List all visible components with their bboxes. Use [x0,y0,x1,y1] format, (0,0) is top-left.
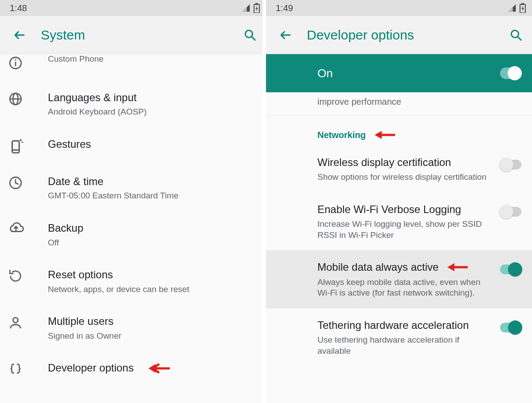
svg-line-19 [518,37,521,40]
status-time: 1:49 [276,3,293,13]
settings-list: About phone Custom Phone Languages & inp… [0,54,266,387]
signal-icon [507,4,517,12]
item-title: Languages & input [48,91,255,105]
status-bar: 1:49 [266,0,532,16]
search-icon [243,28,257,42]
banner-label: On [277,67,500,80]
item-subtitle: Show options for wireless display certif… [317,172,493,183]
list-item-date-time[interactable]: Date & time GMT-05:00 Eastern Standard T… [0,165,266,211]
item-subtitle: Network, apps, or device can be reset [48,284,255,295]
list-item-gestures[interactable]: Gestures [0,127,266,165]
status-icons [507,3,526,13]
item-subtitle: Custom Phone [48,54,255,65]
item-title: Multiple users [48,314,255,328]
toggle-switch-on[interactable] [500,67,521,79]
item-subtitle: Use tethering hardware acceleration if a… [317,335,493,356]
battery-charging-icon [520,3,526,13]
item-title: Mobile data always active [317,260,438,274]
item-title: Date & time [48,174,255,189]
phone-left-system: 1:48 System About phone Custom Phone Lan… [0,0,266,403]
svg-rect-1 [255,3,258,4]
app-bar: Developer options [266,16,532,54]
svg-line-3 [252,37,255,40]
search-button[interactable] [240,25,260,45]
item-subtitle: Android Keyboard (AOSP) [48,107,255,118]
list-item-developer-options[interactable]: Developer options [0,351,266,387]
globe-icon [8,91,23,107]
item-subtitle: Increase Wi-Fi logging level, show per S… [317,219,493,241]
toggle-item-wifi-verbose[interactable]: Enable Wi-Fi Verbose Logging Increase Wi… [266,193,532,251]
list-item-backup[interactable]: Backup Off [0,211,266,258]
list-item-languages[interactable]: Languages & input Android Keyboard (AOSP… [0,81,266,127]
back-button[interactable] [276,25,295,45]
braces-icon [8,362,23,377]
item-title: Reset options [48,268,255,282]
annotation-arrow-icon [446,262,468,273]
item-subtitle: GMT-05:00 Eastern Standard Time [48,190,255,202]
status-time: 1:48 [10,3,27,13]
item-subtitle: Signed in as Owner [48,331,255,342]
arrow-left-icon [13,28,26,42]
partial-item-subtitle: improve performance [266,92,532,115]
svg-rect-17 [521,3,524,4]
gesture-icon [8,138,25,155]
annotation-arrow-icon [147,362,170,375]
app-bar: System [0,16,266,54]
toggle-switch[interactable] [500,323,521,332]
info-icon [8,55,23,71]
toggle-item-mobile-data-always-active[interactable]: Mobile data always active Always keep mo… [266,250,532,308]
svg-rect-6 [15,59,16,61]
item-title: Developer options [48,361,133,375]
search-button[interactable] [506,25,526,45]
signal-icon [241,4,251,12]
toggle-item-tethering-hw-accel[interactable]: Tethering hardware acceleration Use teth… [266,308,532,367]
developer-options-master-toggle[interactable]: On [266,54,532,92]
item-subtitle: Always keep mobile data active, even whe… [317,277,493,299]
svg-rect-5 [15,62,16,66]
item-title: Gestures [48,137,255,151]
item-title: Backup [48,221,255,235]
arrow-left-icon [279,28,292,42]
svg-point-12 [22,142,23,143]
item-title: Enable Wi-Fi Verbose Logging [317,202,493,216]
toggle-switch[interactable] [500,207,521,217]
toggle-switch[interactable] [500,265,521,274]
person-icon [8,315,23,330]
page-title: System [41,28,229,43]
battery-charging-icon [254,3,260,13]
svg-point-11 [20,139,21,141]
annotation-arrow-icon [374,130,395,140]
svg-rect-10 [12,141,20,153]
list-item-multiple-users[interactable]: Multiple users Signed in as Owner [0,304,266,351]
item-title: Tethering hardware acceleration [317,318,493,332]
status-icons [241,3,260,13]
section-header-networking: Networking [266,115,532,146]
reset-icon [8,269,23,284]
item-title: Wireless display certification [317,155,493,169]
back-button[interactable] [10,25,29,45]
search-icon [509,28,523,42]
phone-right-developer-options: 1:49 Developer options On improve perfor… [262,0,532,403]
svg-point-15 [13,318,18,323]
status-bar: 1:48 [0,0,266,16]
toggle-item-wireless-display-cert[interactable]: Wireless display certification Show opti… [266,146,532,193]
list-item-about-phone[interactable]: About phone Custom Phone [0,54,266,81]
cloud-upload-icon [8,222,24,234]
toggle-switch[interactable] [500,160,521,170]
clock-icon [8,175,23,190]
section-title: Networking [317,130,366,140]
list-item-reset[interactable]: Reset options Network, apps, or device c… [0,258,266,304]
item-subtitle: Off [48,237,255,249]
page-title: Developer options [307,28,495,43]
